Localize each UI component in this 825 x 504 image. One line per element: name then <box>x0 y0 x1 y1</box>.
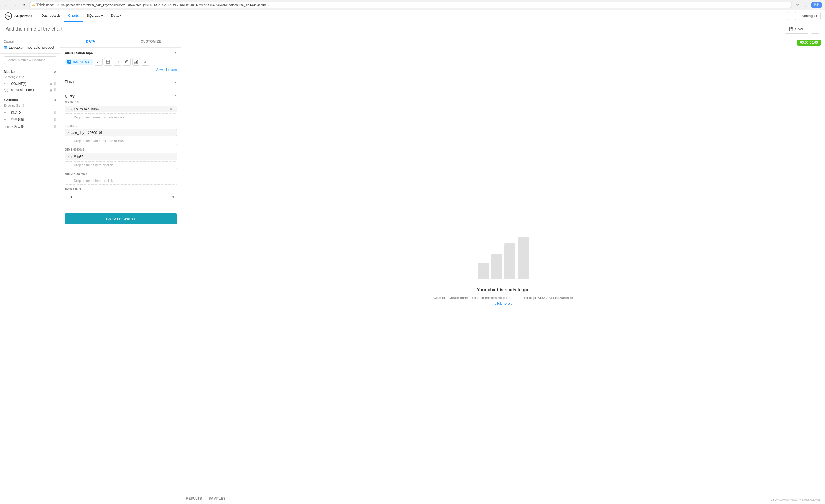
viz-4k-button[interactable]: 4k <box>114 58 121 66</box>
superset-logo-icon <box>4 12 12 20</box>
query-section-header[interactable]: Query ∧ <box>65 94 177 98</box>
right-panel-bottom: RESULTS SAMPLES <box>181 493 825 504</box>
save-button[interactable]: 💾 SAVE <box>785 25 809 33</box>
filters-remove-button[interactable]: × <box>67 131 70 135</box>
metrics-section-header[interactable]: Metrics ∧ <box>4 70 56 74</box>
page-title: Add the name of the chart <box>5 26 781 32</box>
results-tab[interactable]: RESULTS <box>186 493 202 504</box>
viz-type-row: ✓ BAR CHART 4k <box>65 58 177 66</box>
dimensions-drop-zone[interactable]: + + Drop columns here or click <box>65 161 177 169</box>
nav-dashboards[interactable]: Dashboards <box>38 10 64 22</box>
breakdowns-drop-plus: + <box>67 179 69 183</box>
warning-icon: ⚠ <box>32 3 35 7</box>
svg-rect-11 <box>145 61 146 64</box>
viz-scatter-button[interactable] <box>142 58 149 66</box>
columns-section-header[interactable]: Columns ∧ <box>4 98 56 102</box>
nav-data[interactable]: Data ▾ <box>107 10 125 22</box>
tab-customize[interactable]: CUSTOMIZE <box>121 36 181 47</box>
more-options-button[interactable]: ··· <box>811 25 820 33</box>
forward-button[interactable]: → <box>11 2 18 8</box>
app-logo: Superset <box>4 12 32 20</box>
sidebar-metrics-section: Metrics ∧ Showing 2 of 2 f(x) COUNT(*) ▣… <box>0 67 60 96</box>
dataset-value: ⊞ taobao.tm_hot_sale_product ⋮ <box>4 45 56 50</box>
nav-settings-button[interactable]: Settings ▾ <box>799 12 821 20</box>
sidebar: Dataset ⊣ ⊞ taobao.tm_hot_sale_product ⋮… <box>0 36 61 504</box>
chart-ready-link[interactable]: click here <box>495 302 510 306</box>
samples-tab[interactable]: SAMPLES <box>209 493 226 504</box>
dataset-collapse-icon[interactable]: ⊣ <box>54 39 56 43</box>
viz-bar-outline-button[interactable] <box>132 58 140 66</box>
app-logo-text: Superset <box>14 13 32 18</box>
create-chart-button[interactable]: CREATE CHART <box>65 213 177 224</box>
nav-plus-button[interactable]: + <box>788 12 796 20</box>
svg-rect-12 <box>147 60 147 64</box>
metrics-field-name: sum(sale_num) <box>76 107 168 111</box>
dimensions-remove-button[interactable]: × <box>67 154 70 159</box>
chart-bar <box>478 263 489 279</box>
bookmark-button[interactable]: ☆ <box>794 2 801 8</box>
metrics-drop-zone[interactable]: + + Drop columns/metrics here or click <box>65 113 177 121</box>
dataset-dots-button[interactable]: ⋮ <box>56 45 60 50</box>
dataset-name: taobao.tm_hot_sale_product <box>9 45 54 50</box>
timer-badge: 00:00:00.00 <box>797 39 821 46</box>
viz-pie-button[interactable] <box>123 58 131 66</box>
chart-bars <box>478 235 529 279</box>
metrics-expand-arrow[interactable]: › <box>173 107 174 111</box>
row-limit-label: ROW LIMIT <box>65 188 177 191</box>
viz-type-header[interactable]: Visualization type ∧ <box>65 52 177 55</box>
filters-drop-plus: + <box>67 139 69 143</box>
bar-chart-option[interactable]: ✓ BAR CHART <box>65 59 93 65</box>
dataset-grid-icon: ⊞ <box>4 45 7 50</box>
dimensions-field-tag: × # 商品ID › <box>65 153 177 160</box>
dimensions-drop-plus: + <box>67 163 69 167</box>
back-button[interactable]: ← <box>3 2 9 8</box>
update-button[interactable]: 更新 <box>811 2 822 8</box>
filters-drop-zone[interactable]: + + Drop columns/metrics here or click <box>65 137 177 145</box>
dimensions-expand-arrow[interactable]: › <box>173 155 174 158</box>
dimensions-field-label: DIMENSIONS <box>65 148 177 151</box>
breakdowns-drop-zone[interactable]: + + Drop columns here or click <box>65 177 177 185</box>
svg-rect-9 <box>137 61 138 64</box>
browser-more-button[interactable]: ⋮ <box>803 2 809 8</box>
list-item: f(x) COUNT(*) ▣ ⠿ <box>4 81 56 87</box>
tab-data[interactable]: DATA <box>61 36 121 47</box>
list-item: # 商品ID ⠿ <box>4 109 56 116</box>
warning-label: 不安全 <box>36 3 45 7</box>
viz-line-chart-button[interactable] <box>95 58 102 66</box>
bar-chart-label: BAR CHART <box>73 60 91 64</box>
view-all-charts-link[interactable]: View all charts <box>65 68 177 72</box>
refresh-button[interactable]: ↻ <box>20 2 27 8</box>
query-chevron: ∧ <box>174 94 177 98</box>
time-section-header[interactable]: Time ℹ ∨ <box>65 80 177 84</box>
save-icon: 💾 <box>789 27 794 31</box>
metrics-info-icon[interactable]: ▣ <box>169 107 172 111</box>
query-filters: FILTERS × date_day = 20300101 › + + Drop… <box>65 124 177 145</box>
browser-bar: ← → ↻ ⚠ 不安全 node4:8787/superset/explore/… <box>0 0 825 10</box>
viz-type-section: Visualization type ∧ ✓ BAR CHART <box>61 48 181 76</box>
line-chart-icon <box>97 60 101 64</box>
address-bar[interactable]: ⚠ 不安全 node4:8787/superset/explore/?form_… <box>29 2 792 8</box>
center-panel: DATA CUSTOMIZE Visualization type ∧ ✓ BA… <box>61 36 181 504</box>
bottom-note: CSDN @地成为数据分析师的开发工程师 <box>771 498 821 502</box>
time-info-icon: ℹ <box>73 80 74 84</box>
metrics-chevron: ∧ <box>54 70 56 74</box>
query-metrics: METRICS × f(x) sum(sale_num) ▣ › + + Dro… <box>65 101 177 121</box>
nav-charts[interactable]: Charts <box>64 10 82 22</box>
filters-expand-arrow[interactable]: › <box>173 131 174 135</box>
svg-rect-7 <box>135 62 135 64</box>
query-row-limit: ROW LIMIT 5 10 25 50 100 <box>65 188 177 201</box>
nav-sqllab[interactable]: SQL Lab ▾ <box>83 10 107 22</box>
bar-chart-outline-icon <box>134 60 138 64</box>
metrics-field-label: METRICS <box>65 101 177 104</box>
chart-preview-area: Your chart is ready to go! Click on "Cre… <box>181 49 825 493</box>
row-limit-select[interactable]: 5 10 25 50 100 <box>65 193 177 201</box>
row-limit-wrapper: 5 10 25 50 100 <box>65 193 177 201</box>
search-input[interactable] <box>4 56 56 64</box>
metrics-remove-button[interactable]: × <box>67 107 70 111</box>
viz-table-button[interactable] <box>104 58 112 66</box>
scatter-chart-icon <box>144 60 147 64</box>
right-panel: 00:00:00.00 Your chart is ready to go! C… <box>181 36 825 504</box>
filters-field-tag: × date_day = 20300101 › <box>65 129 177 136</box>
time-chevron: ∨ <box>174 80 177 84</box>
query-breakdowns: BREAKDOWNS + + Drop columns here or clic… <box>65 172 177 185</box>
